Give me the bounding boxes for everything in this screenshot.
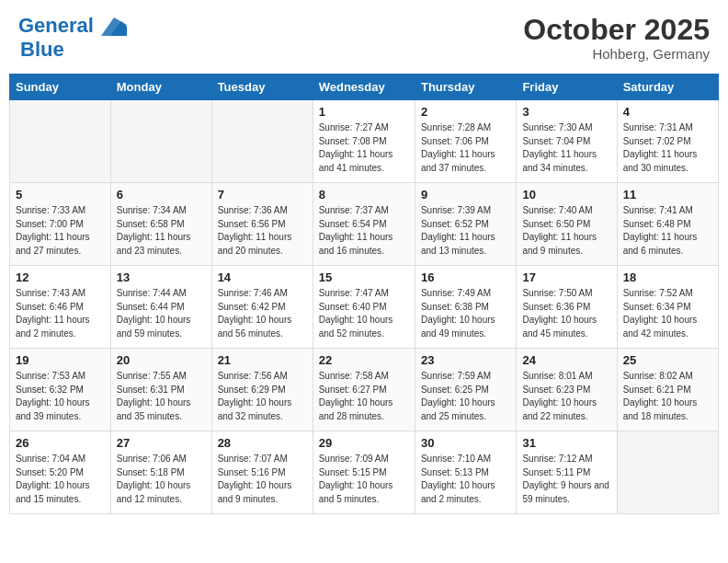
calendar-day-21: 21Sunrise: 7:56 AM Sunset: 6:29 PM Dayli… — [211, 349, 313, 431]
day-number: 22 — [319, 353, 409, 367]
day-info: Sunrise: 7:52 AM Sunset: 6:34 PM Dayligh… — [623, 287, 712, 340]
calendar-day-2: 2Sunrise: 7:28 AM Sunset: 7:06 PM Daylig… — [415, 100, 516, 183]
calendar-day-22: 22Sunrise: 7:58 AM Sunset: 6:27 PM Dayli… — [313, 349, 415, 431]
title-block: October 2025 Hohberg, Germany — [523, 14, 710, 62]
calendar-day-14: 14Sunrise: 7:46 AM Sunset: 6:42 PM Dayli… — [211, 266, 313, 349]
day-info: Sunrise: 7:46 AM Sunset: 6:42 PM Dayligh… — [218, 287, 307, 340]
day-info: Sunrise: 7:37 AM Sunset: 6:54 PM Dayligh… — [319, 204, 409, 258]
weekday-header-saturday: Saturday — [617, 75, 718, 100]
calendar-day-11: 11Sunrise: 7:41 AM Sunset: 6:48 PM Dayli… — [617, 183, 718, 266]
day-info: Sunrise: 7:30 AM Sunset: 7:04 PM Dayligh… — [522, 121, 610, 175]
weekday-header-monday: Monday — [110, 75, 211, 100]
day-number: 20 — [117, 353, 206, 367]
weekday-header-thursday: Thursday — [415, 75, 516, 100]
calendar-day-23: 23Sunrise: 7:59 AM Sunset: 6:25 PM Dayli… — [415, 349, 516, 431]
day-info: Sunrise: 7:27 AM Sunset: 7:08 PM Dayligh… — [319, 121, 409, 175]
calendar-day-4: 4Sunrise: 7:31 AM Sunset: 7:02 PM Daylig… — [617, 100, 718, 183]
calendar-empty-cell — [110, 100, 211, 183]
day-info: Sunrise: 7:56 AM Sunset: 6:29 PM Dayligh… — [218, 370, 307, 423]
day-number: 29 — [319, 436, 409, 450]
day-number: 17 — [522, 270, 610, 284]
day-number: 25 — [623, 353, 712, 367]
day-info: Sunrise: 7:55 AM Sunset: 6:31 PM Dayligh… — [117, 370, 206, 423]
calendar-day-29: 29Sunrise: 7:09 AM Sunset: 5:15 PM Dayli… — [313, 431, 415, 514]
day-info: Sunrise: 7:04 AM Sunset: 5:20 PM Dayligh… — [16, 453, 105, 506]
day-info: Sunrise: 8:02 AM Sunset: 6:21 PM Dayligh… — [623, 370, 712, 423]
calendar-day-27: 27Sunrise: 7:06 AM Sunset: 5:18 PM Dayli… — [110, 431, 211, 514]
calendar-day-16: 16Sunrise: 7:49 AM Sunset: 6:38 PM Dayli… — [415, 266, 516, 349]
calendar-day-3: 3Sunrise: 7:30 AM Sunset: 7:04 PM Daylig… — [517, 100, 617, 183]
calendar-day-15: 15Sunrise: 7:47 AM Sunset: 6:40 PM Dayli… — [313, 266, 415, 349]
day-info: Sunrise: 7:50 AM Sunset: 6:36 PM Dayligh… — [522, 287, 610, 340]
day-info: Sunrise: 7:44 AM Sunset: 6:44 PM Dayligh… — [117, 287, 206, 340]
calendar-day-28: 28Sunrise: 7:07 AM Sunset: 5:16 PM Dayli… — [211, 431, 313, 514]
day-info: Sunrise: 7:59 AM Sunset: 6:25 PM Dayligh… — [421, 370, 510, 423]
day-number: 3 — [522, 105, 610, 119]
logo-icon — [101, 17, 127, 36]
logo-blue-text: Blue — [20, 38, 64, 61]
location: Hohberg, Germany — [523, 46, 710, 62]
day-number: 27 — [117, 436, 206, 450]
weekday-header-row: SundayMondayTuesdayWednesdayThursdayFrid… — [10, 75, 719, 100]
calendar-day-6: 6Sunrise: 7:34 AM Sunset: 6:58 PM Daylig… — [110, 183, 211, 266]
calendar-week-row: 1Sunrise: 7:27 AM Sunset: 7:08 PM Daylig… — [10, 100, 719, 183]
day-number: 24 — [522, 353, 610, 367]
calendar-week-row: 5Sunrise: 7:33 AM Sunset: 7:00 PM Daylig… — [10, 183, 719, 266]
calendar-week-row: 12Sunrise: 7:43 AM Sunset: 6:46 PM Dayli… — [10, 266, 719, 349]
day-info: Sunrise: 7:39 AM Sunset: 6:52 PM Dayligh… — [421, 204, 510, 258]
calendar-day-8: 8Sunrise: 7:37 AM Sunset: 6:54 PM Daylig… — [313, 183, 415, 266]
calendar-day-18: 18Sunrise: 7:52 AM Sunset: 6:34 PM Dayli… — [617, 266, 718, 349]
day-number: 26 — [16, 436, 105, 450]
day-info: Sunrise: 7:49 AM Sunset: 6:38 PM Dayligh… — [421, 287, 510, 340]
calendar-day-25: 25Sunrise: 8:02 AM Sunset: 6:21 PM Dayli… — [617, 349, 718, 431]
day-number: 12 — [16, 270, 105, 284]
day-info: Sunrise: 7:53 AM Sunset: 6:32 PM Dayligh… — [16, 370, 105, 423]
day-number: 10 — [522, 188, 610, 201]
day-info: Sunrise: 7:06 AM Sunset: 5:18 PM Dayligh… — [117, 453, 206, 506]
logo-text: General — [18, 14, 127, 38]
day-number: 8 — [319, 188, 409, 201]
month-title: October 2025 — [523, 14, 710, 46]
calendar-week-row: 26Sunrise: 7:04 AM Sunset: 5:20 PM Dayli… — [10, 431, 719, 514]
logo: General Blue — [18, 14, 127, 62]
calendar-empty-cell — [211, 100, 313, 183]
day-info: Sunrise: 7:41 AM Sunset: 6:48 PM Dayligh… — [623, 204, 712, 258]
day-number: 31 — [522, 436, 610, 450]
calendar-table: SundayMondayTuesdayWednesdayThursdayFrid… — [9, 74, 719, 514]
day-number: 15 — [319, 270, 409, 284]
day-info: Sunrise: 7:10 AM Sunset: 5:13 PM Dayligh… — [421, 453, 510, 506]
calendar-day-26: 26Sunrise: 7:04 AM Sunset: 5:20 PM Dayli… — [10, 431, 111, 514]
day-number: 30 — [421, 436, 510, 450]
calendar-day-5: 5Sunrise: 7:33 AM Sunset: 7:00 PM Daylig… — [10, 183, 111, 266]
day-number: 16 — [421, 270, 510, 284]
day-info: Sunrise: 7:09 AM Sunset: 5:15 PM Dayligh… — [319, 453, 409, 506]
calendar-day-30: 30Sunrise: 7:10 AM Sunset: 5:13 PM Dayli… — [415, 431, 516, 514]
day-info: Sunrise: 7:12 AM Sunset: 5:11 PM Dayligh… — [522, 453, 610, 506]
day-number: 13 — [117, 270, 206, 284]
day-number: 2 — [421, 105, 510, 119]
calendar-day-31: 31Sunrise: 7:12 AM Sunset: 5:11 PM Dayli… — [517, 431, 617, 514]
calendar-day-1: 1Sunrise: 7:27 AM Sunset: 7:08 PM Daylig… — [313, 100, 415, 183]
day-number: 18 — [623, 270, 712, 284]
weekday-header-sunday: Sunday — [10, 75, 111, 100]
day-number: 11 — [623, 188, 712, 201]
day-info: Sunrise: 7:36 AM Sunset: 6:56 PM Dayligh… — [218, 204, 307, 258]
calendar-empty-cell — [10, 100, 111, 183]
day-number: 1 — [319, 105, 409, 119]
day-number: 6 — [117, 188, 206, 201]
day-info: Sunrise: 7:58 AM Sunset: 6:27 PM Dayligh… — [319, 370, 409, 423]
day-number: 9 — [421, 188, 510, 201]
page-header: General Blue October 2025 Hohberg, Germa… — [9, 9, 719, 66]
day-number: 7 — [218, 188, 307, 201]
day-number: 19 — [16, 353, 105, 367]
day-info: Sunrise: 7:34 AM Sunset: 6:58 PM Dayligh… — [117, 204, 206, 258]
weekday-header-tuesday: Tuesday — [211, 75, 313, 100]
calendar-empty-cell — [617, 431, 718, 514]
calendar-day-19: 19Sunrise: 7:53 AM Sunset: 6:32 PM Dayli… — [10, 349, 111, 431]
day-number: 21 — [218, 353, 307, 367]
weekday-header-friday: Friday — [517, 75, 617, 100]
calendar-day-7: 7Sunrise: 7:36 AM Sunset: 6:56 PM Daylig… — [211, 183, 313, 266]
calendar-day-24: 24Sunrise: 8:01 AM Sunset: 6:23 PM Dayli… — [517, 349, 617, 431]
day-info: Sunrise: 7:33 AM Sunset: 7:00 PM Dayligh… — [16, 204, 105, 258]
calendar-day-10: 10Sunrise: 7:40 AM Sunset: 6:50 PM Dayli… — [517, 183, 617, 266]
